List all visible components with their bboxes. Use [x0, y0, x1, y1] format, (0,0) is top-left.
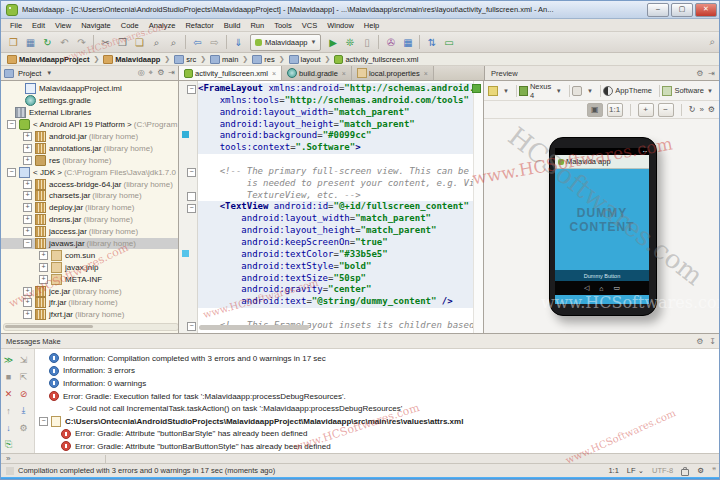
settings-gear-icon[interactable]: ⚙: [708, 105, 715, 114]
prev-message-icon[interactable]: ↑: [6, 406, 11, 416]
breadcrumb-main[interactable]: main: [208, 55, 240, 64]
message-info-row[interactable]: Information: 3 errors: [35, 365, 720, 378]
fold-marker-icon[interactable]: −: [187, 85, 196, 94]
minimize-button[interactable]: –: [647, 3, 669, 17]
line-separator-selector[interactable]: LF ⌄: [627, 466, 644, 475]
editor-vertical-scrollbar[interactable]: [473, 81, 483, 333]
zoom-actual-button[interactable]: 1:1: [607, 103, 623, 117]
menu-refactor[interactable]: Refactor: [180, 21, 218, 30]
maximize-button[interactable]: ▢: [671, 3, 693, 17]
toggle-toolwindows-icon[interactable]: [6, 467, 14, 475]
open-in-editor-icon[interactable]: ⎘: [5, 439, 12, 450]
search-everywhere-icon[interactable]: ⌕: [709, 36, 720, 48]
redo-icon[interactable]: ↷: [74, 35, 89, 50]
debug-icon[interactable]: ❊: [342, 35, 357, 50]
menu-view[interactable]: View: [50, 21, 76, 30]
paste-icon[interactable]: ❏: [132, 35, 147, 50]
breadcrumb-res[interactable]: res: [250, 55, 276, 64]
zoom-fit-button[interactable]: ▣: [587, 103, 603, 117]
close-panel-icon[interactable]: ✕: [5, 389, 13, 399]
tree-item-settings-gradle[interactable]: settings.gradle: [1, 95, 178, 107]
message-info-row[interactable]: Information: 0 warnings: [35, 377, 720, 390]
rerun-icon[interactable]: ≫: [4, 355, 13, 365]
expand-all-icon[interactable]: ⇲: [20, 355, 28, 365]
breadcrumb-layout[interactable]: layout: [287, 55, 323, 64]
breadcrumb-src[interactable]: src: [172, 55, 198, 64]
device-monitor-icon[interactable]: ▭: [441, 35, 456, 50]
tree-item-res[interactable]: +res (library home): [1, 154, 178, 166]
title-bar[interactable]: Malavidaapp - [C:\Users\Ontecnia\Android…: [1, 1, 720, 19]
tree-item-android-platform[interactable]: −< Android API 19 Platform > (C:\Program: [1, 119, 178, 131]
configuration-dropdown[interactable]: ▼: [488, 86, 509, 96]
inspection-status-icon[interactable]: [472, 84, 481, 93]
breadcrumb-file[interactable]: activity_fullscreen.xml: [332, 55, 420, 64]
copy-icon[interactable]: ❐: [115, 35, 130, 50]
fold-end-marker-icon[interactable]: [187, 192, 196, 201]
more-tool-windows-icon[interactable]: »: [6, 454, 10, 463]
nav-recents-icon[interactable]: ▭: [614, 284, 621, 292]
settings-gear-icon[interactable]: ⚙: [696, 337, 703, 346]
fold-marker-icon[interactable]: −: [187, 322, 196, 331]
activity-dropdown[interactable]: Software▼: [662, 86, 713, 96]
highlighting-level-icon[interactable]: ⚙: [697, 466, 704, 475]
message-file-row[interactable]: −C:\Users\Ontecnia\AndroidStudioProjects…: [35, 415, 720, 428]
dummy-button-bar[interactable]: Dummy Button: [555, 270, 649, 281]
gradle-sync-icon[interactable]: ⇅: [424, 35, 439, 50]
minimize-panel-icon[interactable]: ↧: [709, 337, 716, 346]
export-icon[interactable]: ⤓: [22, 405, 26, 416]
zoom-out-button[interactable]: −: [658, 103, 674, 117]
tab-activity-fullscreen-xml[interactable]: activity_fullscreen.xml×: [179, 66, 282, 80]
make-project-icon[interactable]: ⇓: [231, 35, 246, 50]
navigate-forward-icon[interactable]: ⇨: [207, 35, 222, 50]
tree-item-jaccess-jar[interactable]: +jaccess.jar (library home): [1, 226, 178, 238]
message-error-detail-row[interactable]: > Could not call IncrementalTask.taskAct…: [35, 402, 720, 415]
editor-horizontal-scrollbar[interactable]: [199, 325, 309, 330]
close-tab-icon[interactable]: ×: [424, 70, 428, 77]
more-actions-icon[interactable]: »: [699, 105, 703, 114]
find-icon[interactable]: ⌕: [149, 35, 164, 50]
menu-run[interactable]: Run: [245, 21, 269, 30]
message-error-row[interactable]: Error: Gradle: Attribute "buttonBarStyle…: [35, 428, 720, 441]
hide-panel-icon[interactable]: ⇥: [708, 69, 715, 78]
tree-item-iml[interactable]: MalavidaappProject.iml: [1, 83, 178, 95]
settings-gear-icon[interactable]: ⚙: [696, 69, 703, 78]
tree-item-deploy-jar[interactable]: +deploy.jar (library home): [1, 202, 178, 214]
cut-icon[interactable]: ✂: [98, 35, 113, 50]
tree-item-jdk[interactable]: −< JDK > (C:\Program Files\Java\jdk1.7.0: [1, 166, 178, 178]
tab-local-properties[interactable]: local.properties×: [352, 66, 434, 80]
hide-panel-icon[interactable]: ⇥: [168, 68, 175, 78]
tree-item-meta-inf[interactable]: +META-INF: [1, 273, 178, 285]
ninepatch-icon[interactable]: ✇: [383, 35, 398, 50]
tree-item-jce-jar[interactable]: +jce.jar (library home): [1, 285, 178, 297]
fold-marker-icon[interactable]: −: [187, 204, 196, 213]
stop-icon[interactable]: ■: [6, 372, 11, 382]
navigate-back-icon[interactable]: ⇦: [190, 35, 205, 50]
attach-debugger-icon[interactable]: ▯: [359, 35, 374, 50]
settings-gear-icon[interactable]: ⚙: [157, 68, 164, 78]
event-log-icon[interactable]: ❞: [712, 466, 716, 475]
replace-icon[interactable]: ⌕: [166, 35, 181, 50]
menu-window[interactable]: Window: [322, 21, 359, 30]
tab-build-gradle[interactable]: build.gradle×: [282, 66, 352, 80]
tree-item-external-libraries[interactable]: External Libraries: [1, 107, 178, 119]
fold-marker-icon[interactable]: −: [187, 168, 196, 177]
encoding-label[interactable]: UTF-8: [652, 466, 673, 475]
nav-back-icon[interactable]: ◁: [584, 284, 589, 292]
project-tree[interactable]: MalavidaappProject.iml settings.gradle E…: [1, 81, 179, 333]
tree-item-jfr-jar[interactable]: +jfr.jar (library home): [1, 297, 178, 309]
close-button[interactable]: ✕: [695, 3, 717, 17]
color-swatch-0099cc-icon[interactable]: [182, 131, 189, 138]
tree-item-javaws-jar-selected[interactable]: −javaws.jar (library home): [1, 238, 178, 250]
tree-item-android-jar[interactable]: +android.jar (library home): [1, 131, 178, 143]
breadcrumb-module[interactable]: Malavidaapp: [101, 55, 162, 64]
collapse-all-icon[interactable]: ⌖: [149, 68, 154, 78]
menu-file[interactable]: File: [5, 21, 27, 30]
message-info-row[interactable]: Information: Compilation completed with …: [35, 352, 720, 365]
editor-gutter[interactable]: − − − −: [179, 81, 198, 333]
open-folder-icon[interactable]: ❒: [6, 35, 21, 50]
preview-tool-window-header[interactable]: Preview ⚙ ⇥: [484, 66, 720, 80]
undo-icon[interactable]: ↶: [57, 35, 72, 50]
hide-warnings-icon[interactable]: ⊘: [20, 389, 28, 399]
menu-navigate[interactable]: Navigate: [76, 21, 116, 30]
tree-horizontal-scrollbar[interactable]: [3, 323, 179, 331]
